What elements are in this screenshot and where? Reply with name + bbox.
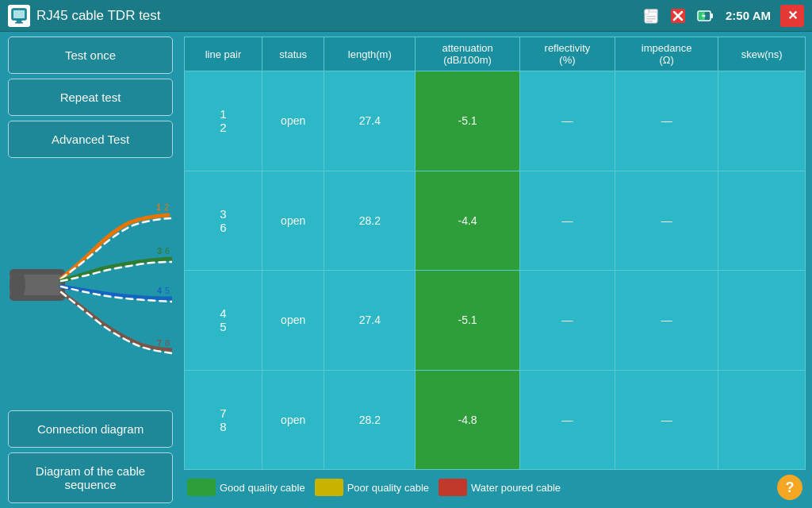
- svg-rect-8: [646, 18, 656, 20]
- svg-rect-2: [17, 20, 21, 22]
- svg-rect-3: [15, 22, 23, 24]
- test-once-button[interactable]: Test once: [8, 37, 173, 74]
- table-row: 12open27.4-5.1——: [185, 71, 806, 171]
- svg-text:6: 6: [165, 246, 170, 256]
- table-cell-0-5: —: [615, 71, 718, 171]
- table-cell-3-0: 78: [185, 370, 262, 470]
- advanced-test-button[interactable]: Advanced Test: [8, 121, 173, 158]
- close-button[interactable]: ✕: [780, 5, 804, 27]
- table-cell-2-4: —: [519, 271, 615, 371]
- delete-icon[interactable]: [667, 8, 689, 24]
- table-cell-3-5: —: [615, 370, 718, 470]
- svg-rect-6: [649, 10, 657, 12]
- table-cell-1-4: —: [519, 171, 615, 271]
- table-cell-1-0: 36: [185, 171, 262, 271]
- svg-rect-9: [646, 21, 653, 22]
- titlebar: RJ45 cable TDR test: [0, 0, 812, 32]
- svg-text:3: 3: [157, 246, 162, 256]
- table-cell-0-3: -5.1: [416, 71, 520, 171]
- table-cell-3-1: open: [262, 370, 324, 470]
- table-cell-0-6: [718, 71, 806, 171]
- legend-water-box: [439, 479, 467, 496]
- sidebar: Test once Repeat test Advanced Test 1 2: [0, 32, 181, 508]
- legend-good-label: Good quality cable: [220, 482, 305, 494]
- table-cell-0-4: —: [519, 71, 615, 171]
- content-area: line pair status length(m) attenuation(d…: [181, 32, 812, 508]
- cable-illustration: 1 2 3 6 4 5 7 8: [8, 163, 173, 406]
- table-cell-1-2: 28.2: [324, 171, 416, 271]
- titlebar-right: 2:50 AM ✕: [640, 5, 804, 27]
- repeat-test-button[interactable]: Repeat test: [8, 79, 173, 116]
- table-cell-2-1: open: [262, 271, 324, 371]
- app-logo-icon: [8, 5, 30, 27]
- connection-diagram-button[interactable]: Connection diagram: [8, 410, 173, 448]
- table-cell-2-0: 45: [185, 271, 262, 371]
- col-header-status: status: [262, 37, 324, 71]
- col-header-skew: skew(ns): [718, 37, 806, 71]
- help-icon[interactable]: ?: [777, 475, 802, 500]
- table-cell-3-3: -4.8: [416, 370, 520, 470]
- diagram-cable-sequence-button[interactable]: Diagram of the cable sequence: [8, 452, 173, 503]
- table-cell-2-2: 27.4: [324, 271, 416, 371]
- legend-poor-box: [315, 479, 343, 496]
- legend-water: Water poured cable: [439, 479, 561, 496]
- table-cell-2-6: [718, 271, 806, 371]
- legend-good: Good quality cable: [187, 479, 305, 496]
- svg-text:1: 1: [156, 202, 161, 212]
- table-cell-3-4: —: [519, 370, 615, 470]
- table-cell-0-2: 27.4: [324, 71, 416, 171]
- svg-text:5: 5: [165, 286, 170, 295]
- battery-icon: [694, 8, 716, 24]
- col-header-pair: line pair: [185, 37, 262, 71]
- table-row: 78open28.2-4.8——: [185, 370, 806, 470]
- sidebar-bottom: Connection diagram Diagram of the cable …: [8, 410, 173, 503]
- table-cell-1-5: —: [615, 171, 718, 271]
- svg-rect-5: [645, 10, 649, 14]
- svg-text:4: 4: [157, 286, 163, 295]
- table-row: 45open27.4-5.1——: [185, 271, 806, 371]
- table-cell-3-6: [718, 370, 806, 470]
- sd-card-icon: [640, 8, 662, 24]
- main-layout: Test once Repeat test Advanced Test 1 2: [0, 32, 812, 508]
- legend-poor-label: Poor quality cable: [347, 482, 429, 494]
- tdr-table: line pair status length(m) attenuation(d…: [184, 37, 806, 470]
- legend-poor: Poor quality cable: [315, 479, 429, 496]
- svg-text:7: 7: [157, 338, 162, 348]
- col-header-reflectivity: reflectivity(%): [519, 37, 615, 71]
- table-row: 36open28.2-4.4——: [185, 171, 806, 271]
- svg-rect-1: [13, 10, 25, 18]
- table-cell-2-3: -5.1: [416, 271, 520, 371]
- table-cell-2-5: —: [615, 271, 718, 371]
- svg-point-19: [10, 269, 25, 301]
- table-cell-0-0: 12: [185, 71, 262, 171]
- cable-svg: 1 2 3 6 4 5 7 8: [10, 199, 172, 370]
- time-display: 2:50 AM: [726, 9, 771, 22]
- col-header-impedance: impedance(Ω): [615, 37, 718, 71]
- legend-water-label: Water poured cable: [471, 482, 561, 494]
- table-cell-3-2: 28.2: [324, 370, 416, 470]
- legend-good-box: [187, 479, 216, 496]
- svg-text:2: 2: [164, 202, 169, 212]
- col-header-length: length(m): [324, 37, 416, 71]
- svg-text:8: 8: [165, 338, 170, 348]
- col-header-attenuation: attenuation(dB/100m): [416, 37, 520, 71]
- table-cell-1-6: [718, 171, 806, 271]
- svg-rect-14: [710, 13, 713, 18]
- table-cell-0-1: open: [262, 71, 324, 171]
- page-title: RJ45 cable TDR test: [36, 8, 640, 24]
- table-cell-1-3: -4.4: [416, 171, 520, 271]
- table-cell-1-1: open: [262, 171, 324, 271]
- legend: Good quality cable Poor quality cable Wa…: [184, 470, 806, 505]
- svg-rect-7: [646, 16, 656, 17]
